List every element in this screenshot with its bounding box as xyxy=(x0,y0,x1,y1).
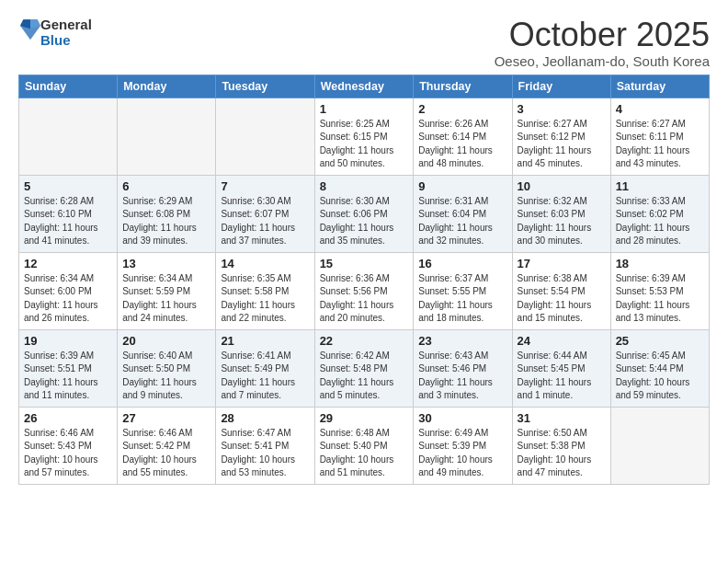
cell-details: Sunrise: 6:45 AMSunset: 5:44 PMDaylight:… xyxy=(616,350,704,403)
header-friday: Friday xyxy=(512,75,610,98)
calendar-cell xyxy=(19,98,118,175)
header-sunday: Sunday xyxy=(19,75,118,98)
logo: General Blue xyxy=(18,17,92,49)
calendar-cell: 8Sunrise: 6:30 AMSunset: 6:06 PMDaylight… xyxy=(314,175,414,252)
calendar-cell: 3Sunrise: 6:27 AMSunset: 6:12 PMDaylight… xyxy=(512,98,610,175)
calendar-cell: 15Sunrise: 6:36 AMSunset: 5:56 PMDayligh… xyxy=(314,252,414,329)
day-number: 5 xyxy=(24,179,112,193)
calendar-cell: 18Sunrise: 6:39 AMSunset: 5:53 PMDayligh… xyxy=(610,252,709,329)
calendar-cell: 31Sunrise: 6:50 AMSunset: 5:38 PMDayligh… xyxy=(512,407,610,484)
cell-details: Sunrise: 6:27 AMSunset: 6:11 PMDaylight:… xyxy=(616,118,704,171)
calendar-cell: 29Sunrise: 6:48 AMSunset: 5:40 PMDayligh… xyxy=(314,407,414,484)
calendar-week-row: 26Sunrise: 6:46 AMSunset: 5:43 PMDayligh… xyxy=(19,407,710,484)
day-number: 8 xyxy=(320,179,409,193)
calendar-cell: 4Sunrise: 6:27 AMSunset: 6:11 PMDaylight… xyxy=(610,98,709,175)
calendar-cell: 2Sunrise: 6:26 AMSunset: 6:14 PMDaylight… xyxy=(414,98,512,175)
cell-details: Sunrise: 6:48 AMSunset: 5:40 PMDaylight:… xyxy=(320,427,409,480)
calendar-cell: 5Sunrise: 6:28 AMSunset: 6:10 PMDaylight… xyxy=(19,175,118,252)
location: Oeseo, Jeollanam-do, South Korea xyxy=(495,53,710,69)
calendar-cell: 20Sunrise: 6:40 AMSunset: 5:50 PMDayligh… xyxy=(118,329,216,407)
day-number: 31 xyxy=(518,411,606,425)
cell-details: Sunrise: 6:30 AMSunset: 6:06 PMDaylight:… xyxy=(320,195,409,248)
calendar-week-row: 19Sunrise: 6:39 AMSunset: 5:51 PMDayligh… xyxy=(19,329,710,407)
day-number: 15 xyxy=(320,257,409,270)
day-number: 12 xyxy=(24,257,112,270)
calendar-cell: 9Sunrise: 6:31 AMSunset: 6:04 PMDaylight… xyxy=(414,175,512,252)
cell-details: Sunrise: 6:38 AMSunset: 5:54 PMDaylight:… xyxy=(518,272,606,326)
day-number: 21 xyxy=(221,334,309,348)
calendar-cell: 19Sunrise: 6:39 AMSunset: 5:51 PMDayligh… xyxy=(19,329,118,407)
day-number: 30 xyxy=(418,411,506,425)
calendar-cell: 14Sunrise: 6:35 AMSunset: 5:58 PMDayligh… xyxy=(216,252,314,329)
day-number: 10 xyxy=(518,179,606,193)
cell-details: Sunrise: 6:39 AMSunset: 5:51 PMDaylight:… xyxy=(24,350,112,403)
day-number: 23 xyxy=(418,334,506,348)
cell-details: Sunrise: 6:40 AMSunset: 5:50 PMDaylight:… xyxy=(122,350,210,403)
cell-details: Sunrise: 6:25 AMSunset: 6:15 PMDaylight:… xyxy=(320,118,409,171)
cell-details: Sunrise: 6:31 AMSunset: 6:04 PMDaylight:… xyxy=(418,195,506,248)
day-number: 6 xyxy=(122,179,210,193)
cell-details: Sunrise: 6:43 AMSunset: 5:46 PMDaylight:… xyxy=(418,350,506,403)
cell-details: Sunrise: 6:44 AMSunset: 5:45 PMDaylight:… xyxy=(518,350,606,403)
calendar-cell: 12Sunrise: 6:34 AMSunset: 6:00 PMDayligh… xyxy=(19,252,118,329)
calendar-header-row: SundayMondayTuesdayWednesdayThursdayFrid… xyxy=(19,75,710,98)
cell-details: Sunrise: 6:37 AMSunset: 5:55 PMDaylight:… xyxy=(418,272,506,326)
calendar-cell: 11Sunrise: 6:33 AMSunset: 6:02 PMDayligh… xyxy=(610,175,709,252)
day-number: 18 xyxy=(616,257,704,270)
calendar-cell: 7Sunrise: 6:30 AMSunset: 6:07 PMDaylight… xyxy=(216,175,314,252)
cell-details: Sunrise: 6:42 AMSunset: 5:48 PMDaylight:… xyxy=(320,350,409,403)
cell-details: Sunrise: 6:32 AMSunset: 6:03 PMDaylight:… xyxy=(518,195,606,248)
cell-details: Sunrise: 6:34 AMSunset: 5:59 PMDaylight:… xyxy=(122,272,210,326)
cell-details: Sunrise: 6:26 AMSunset: 6:14 PMDaylight:… xyxy=(418,118,506,171)
month-title: October 2025 xyxy=(495,17,710,53)
day-number: 22 xyxy=(320,334,409,348)
calendar-cell: 26Sunrise: 6:46 AMSunset: 5:43 PMDayligh… xyxy=(19,407,118,484)
day-number: 3 xyxy=(518,102,606,116)
calendar-cell xyxy=(216,98,314,175)
calendar-cell: 6Sunrise: 6:29 AMSunset: 6:08 PMDaylight… xyxy=(118,175,216,252)
day-number: 19 xyxy=(24,334,112,348)
day-number: 27 xyxy=(122,411,210,425)
day-number: 28 xyxy=(221,411,309,425)
cell-details: Sunrise: 6:46 AMSunset: 5:43 PMDaylight:… xyxy=(24,427,112,480)
cell-details: Sunrise: 6:29 AMSunset: 6:08 PMDaylight:… xyxy=(122,195,210,248)
header-tuesday: Tuesday xyxy=(216,75,314,98)
day-number: 29 xyxy=(320,411,409,425)
calendar-cell: 22Sunrise: 6:42 AMSunset: 5:48 PMDayligh… xyxy=(314,329,414,407)
day-number: 20 xyxy=(122,334,210,348)
header-saturday: Saturday xyxy=(610,75,709,98)
calendar-week-row: 1Sunrise: 6:25 AMSunset: 6:15 PMDaylight… xyxy=(19,98,710,175)
calendar-cell: 10Sunrise: 6:32 AMSunset: 6:03 PMDayligh… xyxy=(512,175,610,252)
calendar-cell: 16Sunrise: 6:37 AMSunset: 5:55 PMDayligh… xyxy=(414,252,512,329)
calendar-cell: 27Sunrise: 6:46 AMSunset: 5:42 PMDayligh… xyxy=(118,407,216,484)
day-number: 13 xyxy=(122,257,210,270)
calendar-cell: 17Sunrise: 6:38 AMSunset: 5:54 PMDayligh… xyxy=(512,252,610,329)
calendar-table: SundayMondayTuesdayWednesdayThursdayFrid… xyxy=(18,75,710,485)
day-number: 7 xyxy=(221,179,309,193)
cell-details: Sunrise: 6:50 AMSunset: 5:38 PMDaylight:… xyxy=(518,427,606,480)
cell-details: Sunrise: 6:28 AMSunset: 6:10 PMDaylight:… xyxy=(24,195,112,248)
cell-details: Sunrise: 6:33 AMSunset: 6:02 PMDaylight:… xyxy=(616,195,704,248)
page-header: General Blue October 2025 Oeseo, Jeollan… xyxy=(18,17,710,69)
calendar-cell: 1Sunrise: 6:25 AMSunset: 6:15 PMDaylight… xyxy=(314,98,414,175)
cell-details: Sunrise: 6:47 AMSunset: 5:41 PMDaylight:… xyxy=(221,427,309,480)
day-number: 26 xyxy=(24,411,112,425)
calendar-cell: 24Sunrise: 6:44 AMSunset: 5:45 PMDayligh… xyxy=(512,329,610,407)
day-number: 9 xyxy=(418,179,506,193)
cell-details: Sunrise: 6:36 AMSunset: 5:56 PMDaylight:… xyxy=(320,272,409,326)
cell-details: Sunrise: 6:34 AMSunset: 6:00 PMDaylight:… xyxy=(24,272,112,326)
header-thursday: Thursday xyxy=(414,75,512,98)
calendar-cell: 28Sunrise: 6:47 AMSunset: 5:41 PMDayligh… xyxy=(216,407,314,484)
cell-details: Sunrise: 6:41 AMSunset: 5:49 PMDaylight:… xyxy=(221,350,309,403)
calendar-cell xyxy=(610,407,709,484)
cell-details: Sunrise: 6:35 AMSunset: 5:58 PMDaylight:… xyxy=(221,272,309,326)
cell-details: Sunrise: 6:39 AMSunset: 5:53 PMDaylight:… xyxy=(616,272,704,326)
calendar-week-row: 5Sunrise: 6:28 AMSunset: 6:10 PMDaylight… xyxy=(19,175,710,252)
logo-text: General Blue xyxy=(40,17,92,49)
day-number: 14 xyxy=(221,257,309,270)
calendar-cell: 25Sunrise: 6:45 AMSunset: 5:44 PMDayligh… xyxy=(610,329,709,407)
cell-details: Sunrise: 6:46 AMSunset: 5:42 PMDaylight:… xyxy=(122,427,210,480)
calendar-cell xyxy=(118,98,216,175)
header-wednesday: Wednesday xyxy=(314,75,414,98)
logo-icon xyxy=(20,17,40,43)
